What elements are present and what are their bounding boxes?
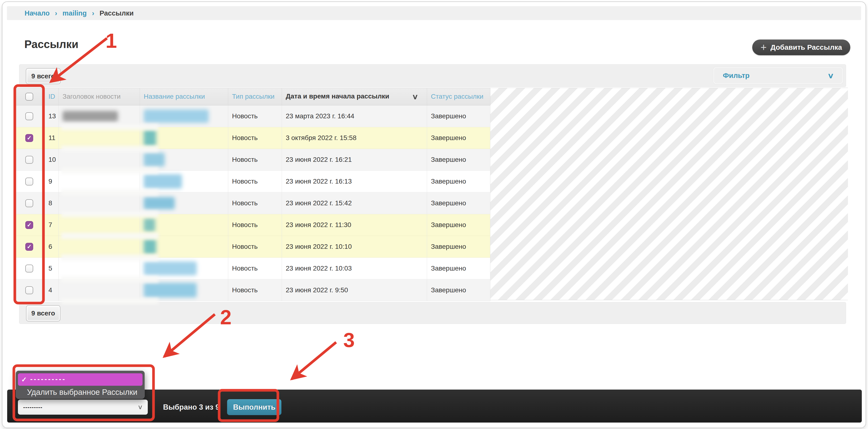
row-mailing-name-link[interactable]	[140, 214, 228, 236]
filter-label: Фильтр	[723, 72, 750, 80]
total-count-button-top[interactable]: 9 всего	[26, 68, 61, 84]
table-row: ✓ 4 Новость 23 июня 2022 г. 9:50 Заверше…	[16, 279, 490, 301]
row-checkbox[interactable]: ✓	[25, 178, 33, 185]
row-news-title	[59, 192, 140, 214]
row-type: Новость	[228, 149, 282, 171]
row-mailing-name-link[interactable]	[140, 279, 228, 301]
table-row: ✓ 13 Новость 23 марта 2023 г. 16:44 Заве…	[16, 106, 490, 127]
row-date: 23 марта 2023 г. 16:44	[282, 106, 427, 127]
row-mailing-name-link[interactable]	[140, 106, 228, 127]
row-checkbox[interactable]: ✓	[25, 286, 33, 294]
table-row: ✓ 11 Новость 3 октября 2022 г. 15:58 Зав…	[16, 127, 490, 149]
row-select-cell: ✓	[16, 192, 44, 214]
page-title: Рассылки	[24, 38, 79, 51]
row-status: Завершено	[427, 279, 490, 301]
row-date: 23 июня 2022 г. 16:21	[282, 149, 427, 171]
column-header-Заголовок новости: Заголовок новости	[59, 88, 140, 106]
top-toolbar: 9 всего Фильтр ∨	[19, 64, 846, 87]
table-row: ✓ 9 Новость 23 июня 2022 г. 16:13 Заверш…	[16, 171, 490, 192]
row-checkbox[interactable]: ✓	[25, 243, 33, 251]
row-type: Новость	[228, 258, 282, 279]
chevron-down-icon: ∨	[828, 72, 834, 80]
row-mailing-name-link[interactable]	[140, 236, 228, 258]
row-checkbox[interactable]: ✓	[25, 134, 33, 142]
table-row: ✓ 10 Новость 23 июня 2022 г. 16:21 Завер…	[16, 149, 490, 171]
row-checkbox[interactable]: ✓	[25, 264, 33, 273]
table-row: ✓ 7 Новость 23 июня 2022 г. 11:30 Заверш…	[16, 214, 490, 236]
row-id: 5	[44, 258, 59, 279]
row-type: Новость	[228, 127, 282, 149]
row-news-title	[59, 236, 140, 258]
row-id: 13	[44, 106, 59, 127]
empty-results-hatch-area	[490, 88, 848, 300]
row-mailing-name-link[interactable]	[140, 149, 228, 171]
column-header-Тип рассылки[interactable]: Тип рассылки	[228, 88, 282, 106]
add-mailing-button[interactable]: + Добавить Рассылка	[752, 39, 850, 55]
row-status: Завершено	[427, 171, 490, 192]
row-status: Завершено	[427, 192, 490, 214]
row-mailing-name-link[interactable]	[140, 127, 228, 149]
row-news-title	[59, 214, 140, 236]
action-option-empty-label: ----------	[30, 375, 66, 383]
execute-button[interactable]: Выполнить	[227, 399, 281, 415]
checkmark-icon: ✓	[21, 376, 27, 383]
row-type: Новость	[228, 192, 282, 214]
select-all-checkbox[interactable]	[25, 93, 33, 101]
breadcrumb-separator: ›	[55, 9, 57, 17]
row-news-title	[59, 106, 140, 127]
breadcrumb-link-mailing[interactable]: mailing	[63, 9, 87, 17]
row-date: 23 июня 2022 г. 9:50	[282, 279, 427, 301]
table-row: ✓ 8 Новость 23 июня 2022 г. 15:42 Заверш…	[16, 192, 490, 214]
action-option-delete-selected[interactable]: Удалить выбранное Рассылки	[27, 387, 137, 398]
add-mailing-button-label: Добавить Рассылка	[771, 43, 842, 51]
table-header: IDЗаголовок новостиНазвание рассылкиТип …	[16, 88, 490, 106]
row-status: Завершено	[427, 214, 490, 236]
row-date: 23 июня 2022 г. 16:13	[282, 171, 427, 192]
row-type: Новость	[228, 106, 282, 127]
breadcrumb: Начало › mailing › Рассылки	[7, 6, 861, 20]
row-checkbox[interactable]: ✓	[25, 156, 33, 164]
row-checkbox[interactable]: ✓	[25, 112, 33, 120]
row-mailing-name-link[interactable]	[140, 192, 228, 214]
selected-counter: Выбрано 3 из 9	[163, 400, 220, 414]
row-date: 3 октября 2022 г. 15:58	[282, 127, 427, 149]
row-select-cell: ✓	[16, 106, 44, 127]
admin-page-card: Начало › mailing › Рассылки Рассылки + Д…	[2, 1, 866, 428]
bottom-toolbar: 9 всего	[19, 302, 846, 324]
table-row: ✓ 5 Новость 23 июня 2022 г. 10:03 Заверш…	[16, 258, 490, 279]
breadcrumb-current: Рассылки	[99, 9, 134, 17]
breadcrumb-link-home[interactable]: Начало	[25, 9, 50, 17]
row-select-cell: ✓	[16, 127, 44, 149]
row-status: Завершено	[427, 106, 490, 127]
column-header-Статус рассылки[interactable]: Статус рассылки	[427, 88, 490, 106]
action-select[interactable]: --------- ∨	[18, 400, 148, 414]
row-date: 23 июня 2022 г. 11:30	[282, 214, 427, 236]
action-option-empty[interactable]: ✓ ----------	[18, 373, 143, 386]
row-date: 23 июня 2022 г. 15:42	[282, 192, 427, 214]
row-checkbox[interactable]: ✓	[25, 221, 33, 229]
row-news-title	[59, 127, 140, 149]
column-header-select-all[interactable]	[16, 88, 44, 106]
total-count-button-bottom[interactable]: 9 всего	[26, 305, 60, 321]
column-header-Дата и время начала рассылки[interactable]: Дата и время начала рассылки∨	[282, 88, 427, 106]
action-dropdown-menu: ✓ ---------- Удалить выбранное Рассылки	[16, 371, 145, 399]
row-checkbox[interactable]: ✓	[25, 199, 33, 207]
row-status: Завершено	[427, 149, 490, 171]
row-mailing-name-link[interactable]	[140, 258, 228, 279]
chevron-down-icon: ∨	[137, 403, 143, 411]
action-select-value: ---------	[23, 404, 42, 410]
row-news-title	[59, 171, 140, 192]
column-header-ID[interactable]: ID	[44, 88, 59, 106]
row-news-title	[59, 279, 140, 301]
row-type: Новость	[228, 171, 282, 192]
filter-panel-toggle[interactable]: Фильтр ∨	[713, 67, 843, 84]
column-header-Название рассылки[interactable]: Название рассылки	[140, 88, 228, 106]
row-id: 4	[44, 279, 59, 301]
row-status: Завершено	[427, 258, 490, 279]
row-select-cell: ✓	[16, 214, 44, 236]
row-id: 6	[44, 236, 59, 258]
sort-descending-icon: ∨	[412, 92, 418, 101]
row-id: 10	[44, 149, 59, 171]
row-mailing-name-link[interactable]	[140, 171, 228, 192]
row-type: Новость	[228, 279, 282, 301]
